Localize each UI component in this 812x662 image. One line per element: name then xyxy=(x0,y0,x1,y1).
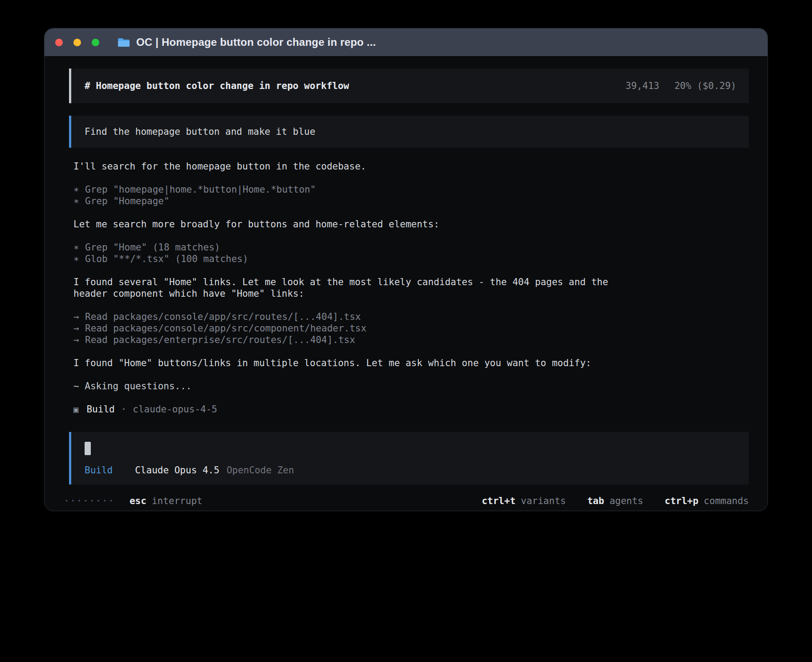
user-message-text: Find the homepage button and make it blu… xyxy=(85,126,315,137)
tool-call-group: ∗Grep "Home" (18 matches) ∗Glob "**/*.ts… xyxy=(73,242,643,265)
status-right: ctrl+tvariants tabagents ctrl+pcommands xyxy=(460,495,749,507)
tool-call-grep: ∗Grep "homepage|home.*button|Home.*butto… xyxy=(73,184,643,195)
session-header: # Homepage button color change in repo w… xyxy=(69,69,749,103)
tool-call-grep: ∗Grep "Homepage" xyxy=(73,195,643,207)
tool-call-text: Read packages/enterprise/src/routes/[...… xyxy=(85,335,355,345)
asterisk-icon: ∗ xyxy=(73,242,85,253)
tool-call-grep: ∗Grep "Home" (18 matches) xyxy=(73,242,643,253)
agent-name: Build xyxy=(86,404,114,415)
provider-label: OpenCode Zen xyxy=(227,465,294,476)
dot-separator: · xyxy=(121,404,127,415)
agent-model: claude-opus-4-5 xyxy=(133,404,217,415)
spinner-dots: ········ xyxy=(64,495,114,507)
tool-call-text: Read packages/console/app/src/routes/[..… xyxy=(85,311,361,322)
input-meta-row: Build Claude Opus 4.5 OpenCode Zen xyxy=(85,465,735,476)
terminal-window: OC | Homepage button color change in rep… xyxy=(45,28,767,511)
status-bar: ········ esc interrupt ctrl+tvariants ta… xyxy=(64,495,749,507)
asterisk-icon: ∗ xyxy=(73,184,85,195)
shortcut-variants: ctrl+tvariants xyxy=(482,495,566,507)
text-cursor xyxy=(85,442,91,455)
esc-key-hint: esc xyxy=(130,495,146,507)
shortcut-commands: ctrl+pcommands xyxy=(665,495,749,507)
model-label[interactable]: Claude Opus 4.5 xyxy=(135,465,219,476)
tool-call-read: →Read packages/enterprise/src/routes/[..… xyxy=(73,334,643,346)
agent-mode-label[interactable]: Build xyxy=(85,465,113,476)
agent-status-row: ▣ Build · claude-opus-4-5 xyxy=(73,404,643,415)
arrow-right-icon: → xyxy=(73,334,85,346)
assistant-text: I found "Home" buttons/links in multiple… xyxy=(73,357,643,369)
token-count: 39,413 xyxy=(625,81,659,91)
arrow-right-icon: → xyxy=(73,323,85,334)
session-content: # Homepage button color change in repo w… xyxy=(45,56,767,507)
tool-call-group: →Read packages/console/app/src/routes/[.… xyxy=(73,311,643,346)
assistant-text: I'll search for the homepage button in t… xyxy=(73,161,643,172)
status-left: ········ esc interrupt xyxy=(64,495,203,507)
agent-square-icon: ▣ xyxy=(73,404,78,415)
tool-call-read: →Read packages/console/app/src/routes/[.… xyxy=(73,311,643,323)
window-controls xyxy=(55,39,99,46)
tool-call-group: ∗Grep "homepage|home.*button|Home.*butto… xyxy=(73,184,643,207)
tool-call-text: Grep "homepage|home.*button|Home.*button… xyxy=(85,184,316,195)
window-title: OC | Homepage button color change in rep… xyxy=(136,36,376,48)
shortcut-agents: tabagents xyxy=(587,495,643,507)
tool-call-read: →Read packages/console/app/src/component… xyxy=(73,323,643,334)
esc-key-label: interrupt xyxy=(152,495,203,507)
assistant-text: I found several "Home" links. Let me loo… xyxy=(73,276,643,299)
session-title: # Homepage button color change in repo w… xyxy=(85,81,349,91)
arrow-right-icon: → xyxy=(73,311,85,323)
close-button[interactable] xyxy=(55,39,63,46)
assistant-transcript: I'll search for the homepage button in t… xyxy=(73,161,643,427)
tool-call-text: Grep "Home" (18 matches) xyxy=(85,242,220,253)
prompt-input[interactable]: Build Claude Opus 4.5 OpenCode Zen xyxy=(69,432,749,484)
tool-call-glob: ∗Glob "**/*.tsx" (100 matches) xyxy=(73,253,643,265)
asterisk-icon: ∗ xyxy=(73,253,85,265)
minimize-button[interactable] xyxy=(73,39,81,46)
window-title-group: OC | Homepage button color change in rep… xyxy=(117,36,376,48)
zoom-button[interactable] xyxy=(92,39,99,46)
session-stats: 39,413 20% ($0.29) xyxy=(625,81,736,91)
asterisk-icon: ∗ xyxy=(73,195,85,207)
asking-questions-status: ~ Asking questions... xyxy=(73,380,643,392)
tool-call-text: Read packages/console/app/src/component/… xyxy=(85,323,366,334)
tool-call-text: Grep "Homepage" xyxy=(85,196,170,206)
assistant-text: Let me search more broadly for buttons a… xyxy=(73,218,643,230)
window-titlebar: OC | Homepage button color change in rep… xyxy=(45,28,767,56)
context-usage: 20% ($0.29) xyxy=(674,81,736,91)
folder-icon xyxy=(117,37,130,48)
user-message: Find the homepage button and make it blu… xyxy=(69,116,749,148)
tool-call-text: Glob "**/*.tsx" (100 matches) xyxy=(85,254,248,264)
